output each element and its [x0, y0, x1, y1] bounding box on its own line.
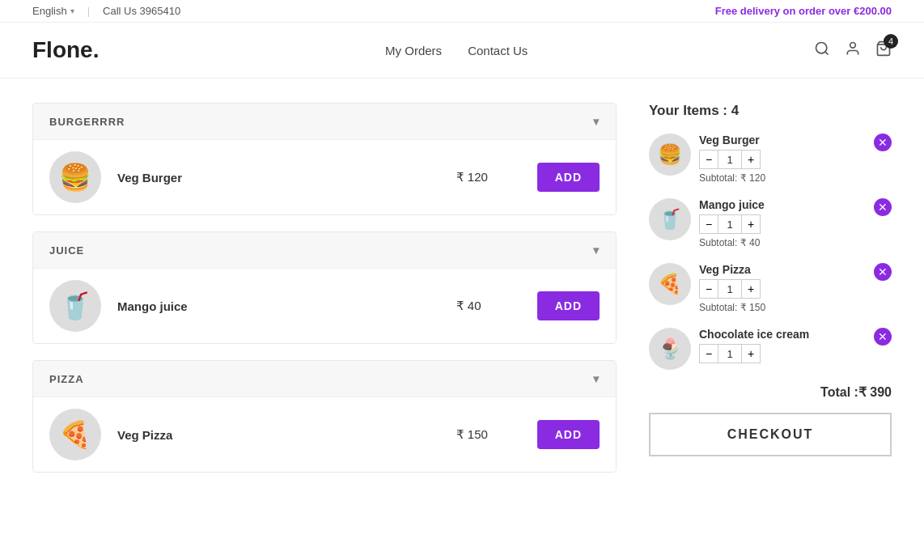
- chevron-down-icon: ▾: [593, 115, 600, 128]
- item-name-veg-pizza: Veg Pizza: [117, 428, 440, 442]
- cart-title: Your Items : 4: [649, 103, 892, 119]
- qty-increase-mango-juice[interactable]: +: [741, 214, 761, 234]
- cart-panel: Your Items : 4 🍔 Veg Burger − 1 + Subtot…: [649, 103, 892, 473]
- qty-decrease-veg-pizza[interactable]: −: [699, 279, 718, 299]
- cart-img-veg-pizza: 🍕: [649, 263, 691, 305]
- item-price-mango-juice: ₹ 40: [456, 299, 521, 313]
- menu-item-mango-juice: 🥤 Mango juice ₹ 40 ADD: [33, 268, 616, 343]
- qty-value-mango-juice: 1: [718, 214, 741, 234]
- category-header-juice[interactable]: JUICE ▾: [33, 232, 616, 268]
- remove-button-veg-pizza[interactable]: ✕: [874, 263, 892, 281]
- cart-burger-icon: 🍔: [658, 143, 682, 166]
- remove-button-chocolate-ice-cream[interactable]: ✕: [874, 328, 892, 346]
- item-price-veg-pizza: ₹ 150: [456, 427, 521, 442]
- juice-icon: 🥤: [59, 291, 91, 321]
- qty-decrease-chocolate-ice-cream[interactable]: −: [699, 344, 718, 363]
- cart-item-name-veg-pizza: Veg Pizza: [699, 263, 866, 276]
- header: Flone. My Orders Contact Us 4: [0, 23, 924, 78]
- burger-icon: 🍔: [59, 162, 91, 193]
- subtotal-mango-juice: Subtotal: ₹ 40: [699, 237, 866, 248]
- cart-item-info-veg-pizza: Veg Pizza − 1 + Subtotal: ₹ 150: [699, 263, 866, 313]
- search-icon[interactable]: [814, 40, 830, 61]
- add-button-veg-pizza[interactable]: ADD: [537, 420, 600, 449]
- cart-img-veg-burger: 🍔: [649, 134, 691, 176]
- nav-contact-us[interactable]: Contact Us: [468, 44, 528, 57]
- cart-item-info-chocolate-ice-cream: Chocolate ice cream − 1 +: [699, 328, 866, 367]
- item-price-veg-burger: ₹ 120: [456, 170, 521, 185]
- nav-my-orders[interactable]: My Orders: [385, 44, 442, 57]
- category-juice: JUICE ▾ 🥤 Mango juice ₹ 40 ADD: [32, 231, 617, 344]
- cart-item-veg-burger: 🍔 Veg Burger − 1 + Subtotal: ₹ 120 ✕: [649, 134, 892, 184]
- qty-value-chocolate-ice-cream: 1: [718, 344, 741, 363]
- user-icon[interactable]: [845, 40, 861, 61]
- svg-line-1: [825, 51, 829, 54]
- qty-controls-chocolate-ice-cream: − 1 +: [699, 344, 866, 363]
- add-button-mango-juice[interactable]: ADD: [537, 291, 600, 320]
- item-image-veg-burger: 🍔: [49, 151, 101, 203]
- category-header-pizza[interactable]: PIZZA ▾: [33, 361, 616, 397]
- subtotal-veg-pizza: Subtotal: ₹ 150: [699, 302, 866, 313]
- cart-badge: 4: [884, 34, 898, 49]
- item-image-mango-juice: 🥤: [49, 280, 101, 332]
- cart-img-mango-juice: 🥤: [649, 198, 691, 240]
- menu-section: BURGERRRR ▾ 🍔 Veg Burger ₹ 120 ADD JUICE…: [32, 103, 617, 473]
- cart-total: Total :₹ 390: [649, 384, 892, 400]
- subtotal-veg-burger: Subtotal: ₹ 120: [699, 172, 866, 184]
- cart-item-info-mango-juice: Mango juice − 1 + Subtotal: ₹ 40: [699, 198, 866, 248]
- item-image-veg-pizza: 🍕: [49, 409, 101, 460]
- category-label-pizza: PIZZA: [49, 373, 84, 385]
- qty-controls-veg-burger: − 1 +: [699, 150, 866, 169]
- chevron-down-icon: ▾: [70, 6, 74, 15]
- cart-pizza-icon: 🍕: [658, 273, 682, 295]
- qty-decrease-mango-juice[interactable]: −: [699, 214, 718, 234]
- checkout-button[interactable]: CHECKOUT: [649, 413, 892, 456]
- cart-item-name-chocolate-ice-cream: Chocolate ice cream: [699, 328, 866, 341]
- delivery-text: Free delivery on order over: [715, 5, 854, 17]
- qty-controls-mango-juice: − 1 +: [699, 214, 866, 234]
- qty-increase-veg-pizza[interactable]: +: [741, 279, 761, 299]
- svg-point-0: [816, 42, 826, 53]
- remove-button-veg-burger[interactable]: ✕: [874, 134, 892, 151]
- topbar: English ▾ | Call Us 3965410 Free deliver…: [0, 0, 924, 23]
- cart-img-chocolate-ice-cream: 🍨: [649, 328, 691, 370]
- cart-item-name-mango-juice: Mango juice: [699, 198, 866, 211]
- qty-value-veg-pizza: 1: [718, 279, 741, 299]
- call-us-label: Call Us 3965410: [103, 5, 180, 17]
- item-name-veg-burger: Veg Burger: [117, 171, 440, 185]
- item-name-mango-juice: Mango juice: [117, 299, 440, 313]
- language-selector[interactable]: English ▾: [32, 5, 74, 17]
- menu-item-veg-burger: 🍔 Veg Burger ₹ 120 ADD: [33, 139, 616, 214]
- qty-decrease-veg-burger[interactable]: −: [699, 150, 718, 169]
- menu-item-veg-pizza: 🍕 Veg Pizza ₹ 150 ADD: [33, 397, 616, 472]
- main-content: BURGERRRR ▾ 🍔 Veg Burger ₹ 120 ADD JUICE…: [0, 78, 924, 497]
- qty-value-veg-burger: 1: [718, 150, 741, 169]
- divider: |: [87, 5, 90, 17]
- category-burgerrrr: BURGERRRR ▾ 🍔 Veg Burger ₹ 120 ADD: [32, 103, 617, 215]
- category-label-juice: JUICE: [49, 244, 84, 257]
- delivery-amount: €200.00: [854, 5, 892, 17]
- cart-item-veg-pizza: 🍕 Veg Pizza − 1 + Subtotal: ₹ 150 ✕: [649, 263, 892, 313]
- header-icons: 4: [814, 40, 892, 61]
- cart-icon[interactable]: 4: [875, 40, 892, 61]
- cart-item-chocolate-ice-cream: 🍨 Chocolate ice cream − 1 + ✕: [649, 328, 892, 370]
- chevron-down-icon: ▾: [593, 244, 600, 257]
- category-header-burgerrrr[interactable]: BURGERRRR ▾: [33, 104, 616, 139]
- cart-item-info-veg-burger: Veg Burger − 1 + Subtotal: ₹ 120: [699, 134, 866, 184]
- pizza-icon: 🍕: [59, 419, 91, 450]
- cart-icecream-icon: 🍨: [658, 337, 682, 360]
- chevron-down-icon: ▾: [593, 372, 600, 385]
- add-button-veg-burger[interactable]: ADD: [537, 163, 600, 192]
- topbar-right: Free delivery on order over €200.00: [715, 5, 892, 17]
- logo: Flone.: [32, 37, 99, 63]
- qty-controls-veg-pizza: − 1 +: [699, 279, 866, 299]
- language-label: English: [32, 5, 67, 17]
- qty-increase-veg-burger[interactable]: +: [741, 150, 761, 169]
- cart-juice-icon: 🥤: [658, 208, 682, 231]
- remove-button-mango-juice[interactable]: ✕: [874, 198, 892, 216]
- topbar-left: English ▾ | Call Us 3965410: [32, 5, 180, 17]
- qty-increase-chocolate-ice-cream[interactable]: +: [741, 344, 761, 363]
- category-label-burgerrrr: BURGERRRR: [49, 116, 125, 128]
- nav: My Orders Contact Us: [385, 44, 528, 57]
- svg-point-2: [850, 42, 856, 48]
- category-pizza: PIZZA ▾ 🍕 Veg Pizza ₹ 150 ADD: [32, 360, 617, 473]
